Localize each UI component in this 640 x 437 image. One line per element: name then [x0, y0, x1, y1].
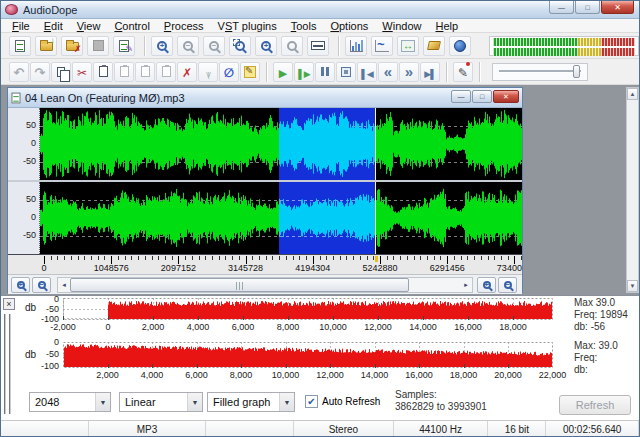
document-minimize-button[interactable]: — — [451, 90, 471, 103]
panel-grip[interactable] — [4, 314, 11, 414]
save-as-button[interactable] — [113, 36, 135, 56]
zoom-selection-button[interactable] — [229, 36, 251, 56]
close-button[interactable]: ✕ — [601, 1, 634, 14]
frequency-tick: 14,000 — [409, 322, 437, 332]
scroll-right-button[interactable]: ▸ — [460, 278, 472, 292]
generator-button[interactable] — [423, 36, 445, 56]
undo-button[interactable] — [9, 62, 29, 82]
zoom-out-button[interactable] — [177, 36, 199, 56]
menu-options[interactable]: Options — [323, 20, 375, 32]
go-end-icon — [424, 64, 435, 80]
forward-button[interactable] — [399, 62, 419, 82]
save-file-button[interactable] — [87, 36, 109, 56]
menu-edit[interactable]: Edit — [37, 20, 70, 32]
mdi-scroll-down-button[interactable]: ▼ — [627, 280, 638, 292]
trim-icon — [206, 64, 210, 80]
menu-process[interactable]: Process — [157, 20, 211, 32]
horizontal-zoom-in-button[interactable] — [477, 277, 496, 293]
waveform-view-button[interactable] — [371, 36, 393, 56]
zoom-vertical-button[interactable] — [255, 36, 277, 56]
delete-button[interactable] — [177, 62, 197, 82]
zoom-in-button[interactable] — [151, 36, 173, 56]
waveform-right[interactable] — [40, 182, 522, 254]
scroll-left-button[interactable]: ◂ — [58, 278, 70, 292]
menu-control[interactable]: Control — [107, 20, 156, 32]
mdi-scroll-up-button[interactable]: ▲ — [627, 88, 638, 100]
checkbox-check-icon[interactable]: ✔ — [305, 395, 318, 408]
new-file-button[interactable] — [9, 36, 31, 56]
close-file-button[interactable] — [61, 36, 83, 56]
paste-replace-button[interactable] — [156, 62, 176, 82]
copy-button[interactable] — [51, 62, 71, 82]
fit-width-icon — [311, 41, 325, 50]
minimize-button[interactable]: — — [549, 1, 574, 14]
scroll-thumb[interactable] — [70, 278, 409, 292]
web-help-button[interactable] — [449, 36, 471, 56]
amplitude-tick: 50 — [26, 194, 36, 204]
play-selection-icon — [298, 64, 309, 80]
chevron-down-icon[interactable]: ▼ — [279, 393, 294, 411]
zoom-full-button[interactable] — [281, 36, 303, 56]
maximize-button[interactable]: □ — [575, 1, 600, 14]
go-start-button[interactable] — [357, 62, 377, 82]
draw-button[interactable] — [240, 62, 260, 82]
redo-button[interactable] — [30, 62, 50, 82]
spectrum-right[interactable] — [63, 342, 553, 368]
frequency-tick: -2,000 — [50, 322, 76, 332]
menu-tools[interactable]: Tools — [284, 20, 324, 32]
graph-type-select[interactable]: Filled graph ▼ — [207, 392, 295, 412]
play-selection-button[interactable] — [294, 62, 314, 82]
frequency-analysis-button[interactable] — [345, 36, 367, 56]
record-button[interactable] — [453, 62, 473, 82]
chevron-down-icon[interactable]: ▼ — [187, 393, 202, 411]
open-file-button[interactable] — [35, 36, 57, 56]
chevron-down-icon[interactable]: ▼ — [95, 393, 110, 411]
toolbar-separator — [144, 36, 146, 56]
refresh-button[interactable]: Refresh — [559, 395, 631, 415]
stretch-button[interactable] — [397, 36, 419, 56]
auto-refresh-checkbox[interactable]: ✔ Auto Refresh — [305, 395, 380, 408]
paste-mix-button[interactable] — [135, 62, 155, 82]
scale-select[interactable]: Linear ▼ — [119, 392, 203, 412]
samples-value: 3862829 to 3993901 — [395, 401, 487, 413]
stop-button[interactable] — [336, 62, 356, 82]
app-icon — [5, 4, 18, 15]
pause-button[interactable] — [315, 62, 335, 82]
menu-view[interactable]: View — [70, 20, 108, 32]
paste-button[interactable] — [93, 62, 113, 82]
fft-size-select[interactable]: 2048 ▼ — [29, 392, 111, 412]
volume-slider[interactable] — [492, 63, 588, 81]
menu-help[interactable]: Help — [428, 20, 465, 32]
paste-new-button[interactable] — [114, 62, 134, 82]
trim-button[interactable] — [198, 62, 218, 82]
document-maximize-button[interactable]: □ — [472, 90, 492, 103]
vertical-zoom-in-button[interactable] — [11, 277, 30, 293]
horizontal-zoom-out-button[interactable] — [498, 277, 517, 293]
volume-thumb[interactable] — [573, 65, 580, 78]
go-end-button[interactable] — [420, 62, 440, 82]
resize-grip[interactable] — [634, 431, 638, 435]
menu-vst-plugins[interactable]: VST plugins — [211, 20, 284, 32]
mute-button[interactable] — [219, 62, 239, 82]
scroll-track[interactable] — [70, 278, 460, 292]
rewind-button[interactable] — [378, 62, 398, 82]
zoom-normal-button[interactable] — [203, 36, 225, 56]
document-window-buttons: — □ ✕ — [450, 90, 519, 103]
document-bottom-bar: ◂ ▸ — [8, 274, 522, 294]
document-close-button[interactable]: ✕ — [493, 90, 519, 103]
menu-window[interactable]: Window — [375, 20, 428, 32]
menu-file[interactable]: File — [5, 20, 37, 32]
fit-window-button[interactable] — [307, 36, 329, 56]
spectrum-left[interactable] — [63, 298, 553, 320]
cut-button[interactable] — [72, 62, 92, 82]
play-button[interactable] — [273, 62, 293, 82]
spectrum2-xticks: 2,0004,0006,0008,00010,00012,00014,00016… — [63, 370, 555, 381]
amplitude-axis-left: 500-50 — [8, 108, 40, 180]
panel-close-button[interactable]: × — [3, 298, 15, 310]
green-arrows-icon — [401, 40, 415, 52]
mdi-scrollbar[interactable]: ▲ ▼ — [626, 87, 639, 293]
vertical-zoom-out-button[interactable] — [32, 277, 51, 293]
waveform-left[interactable] — [40, 108, 522, 180]
horizontal-scrollbar[interactable]: ◂ ▸ — [57, 277, 473, 293]
scale-value: Linear — [120, 396, 187, 408]
